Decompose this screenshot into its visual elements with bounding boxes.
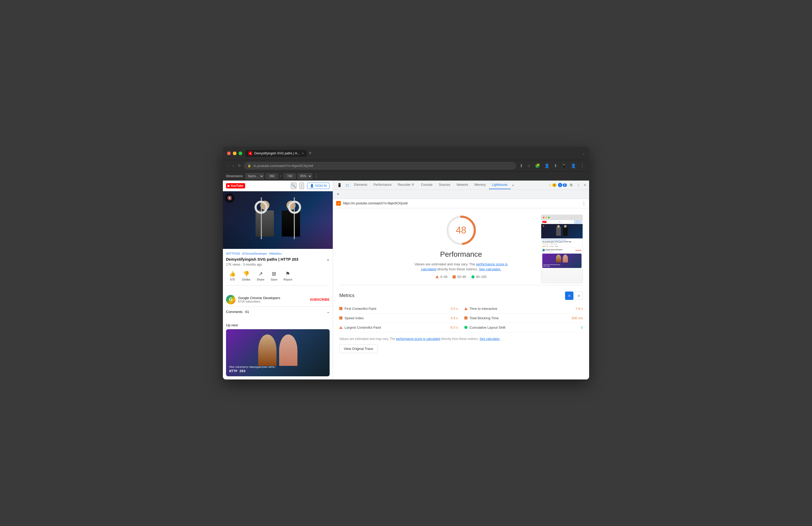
refresh-button[interactable]: ↻: [237, 162, 242, 169]
video-thumbnail[interactable]: 🔇: [223, 191, 333, 249]
lcp-value: 8.5 s: [450, 326, 458, 329]
thumb-yt-logo: ▶ YT: [542, 221, 547, 223]
devtools-close-button[interactable]: ×: [583, 182, 587, 188]
video-title-text: Demystifyingish SVG paths | HTTP 203: [226, 257, 299, 261]
tab-performance[interactable]: Performance: [371, 181, 395, 189]
tab-memory[interactable]: Memory: [472, 181, 489, 189]
more-tabs-button[interactable]: »: [511, 182, 516, 188]
metric-tti: Time to Interactive 7.6 s: [464, 304, 583, 313]
dislike-icon: 👎: [243, 271, 249, 277]
window-chevron-icon: ⌄: [582, 152, 585, 155]
nav-actions: ⬆ ☆ 🧩 👤 ⬇ 📱 👤 ⋮: [518, 162, 586, 169]
new-tab-button[interactable]: +: [308, 151, 313, 156]
chrome-menu-button[interactable]: ⋮: [579, 162, 586, 169]
tab-close-button[interactable]: ×: [302, 152, 304, 155]
lighthouse-more-button[interactable]: ⋮: [582, 201, 586, 206]
profile-button[interactable]: 👤: [569, 162, 578, 169]
channel-name[interactable]: Google Chrome Developers: [238, 296, 307, 300]
metrics-view-buttons: ≡ ≡: [565, 292, 583, 300]
minimize-button[interactable]: [233, 152, 236, 155]
thumb-channel-subs: 671K subscribers: [546, 251, 575, 252]
tab-sources[interactable]: Sources: [436, 181, 453, 189]
dimensions-bar: Dimensions: Sams... × 95% ⋮: [223, 171, 589, 181]
devtools-device-toggle[interactable]: 📱: [335, 182, 344, 188]
maximize-button[interactable]: [238, 152, 242, 155]
report-button[interactable]: ⚑ Report: [280, 270, 295, 282]
height-input[interactable]: [284, 173, 295, 179]
dislike-button[interactable]: 👎 Dislike: [239, 270, 253, 282]
tag-webdev[interactable]: #WebDev: [269, 252, 282, 255]
tab-elements[interactable]: Elements: [351, 181, 371, 189]
thumb-channel-logo: [542, 249, 545, 252]
share-button[interactable]: ↗ Share: [253, 270, 267, 282]
metrics-columns: First Contentful Paint 3.5 s Speed Index…: [339, 304, 583, 332]
extensions-button[interactable]: 🧩: [533, 162, 542, 169]
youtube-search-button[interactable]: 🔍: [291, 183, 296, 189]
devtools-inspector-toggle[interactable]: ◻: [344, 182, 351, 188]
devtools-more-button[interactable]: ⋮: [576, 182, 581, 188]
close-button[interactable]: [227, 152, 231, 155]
devtools-tab-bar: 📱 ◻ Elements Performance Recorder 🎙 Cons…: [333, 181, 589, 190]
title-bar: Demystifyingish SVG paths | H... × + ⌄: [223, 147, 589, 160]
grid-view-button[interactable]: ≡: [565, 292, 574, 300]
browser-window: Demystifyingish SVG paths | H... × + ⌄ ‹…: [223, 147, 589, 380]
expand-icon[interactable]: ⌄: [326, 257, 330, 262]
thumb-person-1: [556, 227, 561, 236]
see-calculator-link-1[interactable]: See calculator.: [479, 267, 501, 271]
list-view-button[interactable]: ≡: [575, 292, 583, 300]
thumb-people: [556, 227, 568, 236]
capture-button[interactable]: 👤: [543, 162, 551, 169]
traffic-lights: [227, 152, 242, 155]
bookmark-button[interactable]: ☆: [525, 162, 532, 169]
thumb-head-1: [557, 225, 560, 228]
cls-value: 0: [581, 326, 583, 329]
score-desc-text-2: directly from these metrics.: [437, 267, 478, 271]
see-calculator-link-2[interactable]: See calculator.: [479, 337, 500, 341]
thumb-action-4: +Save: [555, 245, 558, 247]
tab-network[interactable]: Network: [453, 181, 471, 189]
forward-button[interactable]: ›: [232, 162, 235, 169]
save-button[interactable]: ⊞ Save: [267, 270, 280, 282]
metrics-title: Metrics: [339, 293, 354, 298]
comments-expand-icon[interactable]: ⌄: [327, 310, 330, 314]
back-button[interactable]: ‹: [226, 162, 229, 169]
view-original-trace-button[interactable]: View Original Trace: [339, 344, 377, 353]
address-bar[interactable]: 🔒 m.youtube.com/watch?v=9qen5CKjUe8: [244, 162, 516, 169]
metrics-header: Metrics ≡ ≡: [339, 292, 583, 300]
fcp-value: 3.5 s: [450, 307, 458, 311]
warning-icon: ⚠: [548, 183, 552, 187]
download-button[interactable]: ⬇: [552, 162, 559, 169]
url-protocol: m.youtube.com: [253, 164, 276, 168]
like-button[interactable]: 👍 870: [226, 270, 239, 282]
tab-lighthouse[interactable]: Lighthouse: [489, 181, 511, 189]
zoom-select[interactable]: 95%: [298, 173, 312, 179]
youtube-signin-button[interactable]: 👤 SIGN IN: [307, 183, 330, 189]
tab-recorder[interactable]: Recorder 🎙: [395, 181, 418, 189]
tag-http203[interactable]: #HTTP203: [226, 252, 240, 255]
devtools-settings-button[interactable]: ⚙: [568, 182, 574, 188]
width-input[interactable]: [266, 173, 278, 179]
thumb-channel-info: Google Chrome Developers 671K subscriber…: [546, 249, 575, 252]
device-button[interactable]: 📱: [560, 162, 568, 169]
device-select[interactable]: Sams...: [245, 173, 264, 179]
youtube-header-actions: 🔍 ⋮ 👤 SIGN IN: [291, 183, 330, 189]
add-tab-button[interactable]: +: [335, 191, 341, 198]
thumb-action-2: 👎: [547, 245, 548, 247]
dimensions-menu-button[interactable]: ⋮: [314, 173, 318, 179]
performance-score-link-2[interactable]: performance score is calculated: [396, 337, 440, 341]
score-legend: 0–49 50–89 90–100: [409, 275, 513, 279]
active-tab[interactable]: Demystifyingish SVG paths | H... ×: [245, 150, 307, 157]
lighthouse-favicon: ⚡: [336, 201, 341, 206]
tag-chromedeveloper[interactable]: #ChromeDeveloper: [242, 252, 267, 255]
share-button[interactable]: ⬆: [518, 162, 524, 169]
subscribe-button[interactable]: SUBSCRIBE: [310, 298, 330, 301]
legend-green-icon: [472, 275, 475, 279]
mute-icon[interactable]: 🔇: [225, 194, 234, 203]
tab-console[interactable]: Console: [418, 181, 436, 189]
next-video-card[interactable]: The History Navigation API. HTTP 203: [226, 329, 330, 376]
metric-tbt: Total Blocking Time 500 ms: [464, 313, 583, 323]
video-background: [223, 191, 333, 249]
video-info: #HTTP203 #ChromeDeveloper #WebDev Demyst…: [223, 249, 333, 293]
youtube-more-button[interactable]: ⋮: [300, 183, 304, 189]
thumb-info: #HTTP203 #ChromeDeveloper #WebDev Demyst…: [541, 238, 583, 269]
